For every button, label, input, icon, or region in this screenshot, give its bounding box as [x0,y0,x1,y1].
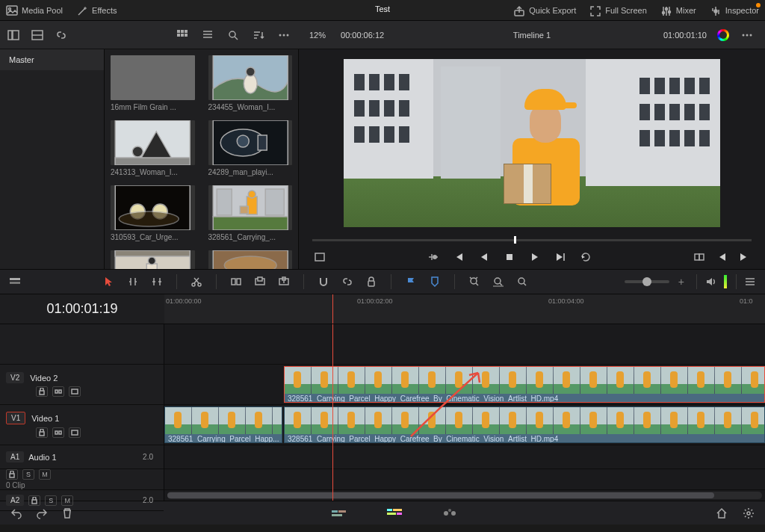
pool-clip[interactable] [208,250,293,269]
delete-button[interactable] [60,507,75,520]
match-frame-icon[interactable] [692,250,707,264]
track-a1[interactable] [164,445,765,469]
mixer-button[interactable]: Mixer [660,5,696,16]
pool-clip[interactable]: 24289_man_playi... [208,120,293,176]
timeline-clip-v1a[interactable]: 328561_Carrying_Parcel_Happ... [164,406,282,443]
pool-clip[interactable]: 241313_Woman_I... [111,120,195,176]
layout-b-button[interactable] [30,28,45,42]
selection-tool[interactable] [102,275,117,288]
lock-icon[interactable] [6,469,18,480]
track-tag[interactable]: A1 [6,451,24,463]
auto-select-icon[interactable] [52,427,64,438]
reverse-play-button[interactable] [477,250,492,264]
track-header-v2[interactable]: V2Video 2 [0,365,164,405]
pool-clip[interactable] [111,250,195,269]
lock-icon[interactable] [36,427,48,438]
playhead-marker[interactable] [332,294,333,324]
pool-clip[interactable]: 310593_Car_Urge... [111,185,195,241]
viewer-options-button[interactable] [740,28,755,42]
timeline-view-options[interactable] [7,275,22,288]
auto-select-icon[interactable] [52,386,64,397]
viewer-canvas[interactable] [344,59,720,227]
timeline-clip-v2[interactable]: 328561_Carrying_Parcel_Happy_Carefree_By… [284,366,765,403]
pool-clip[interactable]: 16mm Film Grain ... [111,55,195,111]
edit-page-button[interactable] [385,506,403,521]
track-tag[interactable]: V1 [6,412,25,424]
cut-page-button[interactable] [330,506,348,521]
enable-track-icon[interactable] [69,386,81,397]
timeline-menu-button[interactable] [743,275,758,288]
track-tag[interactable]: A2 [6,495,24,506]
grid-view-button[interactable] [175,28,190,42]
track-v2[interactable]: 328561_Carrying_Parcel_Happy_Carefree_By… [164,365,765,405]
blade-tool[interactable] [189,275,204,288]
track-header-a1[interactable]: A1 Audio 1 2.0 [0,445,164,469]
redo-button[interactable] [34,507,49,520]
lock-icon[interactable] [28,495,40,506]
play-button[interactable] [527,250,542,264]
viewer-zoom[interactable]: 12% [309,31,326,40]
marker-button[interactable] [427,275,442,288]
search-button[interactable] [226,28,241,42]
timeline-name[interactable]: Timeline 1 [444,31,620,40]
go-to-out-icon[interactable] [737,250,752,264]
enable-track-icon[interactable] [69,427,81,438]
full-screen-button[interactable]: Full Screen [589,5,647,16]
overwrite-clip-button[interactable] [253,275,267,288]
playhead[interactable] [332,324,333,501]
insert-clip-button[interactable] [229,275,244,288]
stop-button[interactable] [502,250,517,264]
layout-a-button[interactable] [6,28,21,42]
track-tag[interactable]: V2 [6,372,24,383]
pool-clip[interactable]: 328561_Carrying_... [208,185,293,241]
link-selection-button[interactable] [340,275,355,288]
quick-export-button[interactable]: Quick Export [513,5,576,16]
mute-track-button[interactable]: M [61,495,73,506]
sort-button[interactable] [251,28,266,42]
zoom-full-button[interactable] [467,275,482,288]
snap-button[interactable] [316,275,331,288]
undo-button[interactable] [9,507,24,520]
track-header-v1[interactable]: V1Video 1 [0,405,164,445]
mute-track-button[interactable]: M [39,469,51,480]
effects-tab[interactable]: Effects [76,5,117,16]
fusion-page-button[interactable] [441,506,459,521]
trim-tool[interactable] [126,275,140,288]
timeline-clip-v1b[interactable]: 328561_Carrying_Parcel_Happy_Carefree_By… [284,406,765,443]
zoom-custom-button[interactable] [515,275,530,288]
mute-button[interactable] [703,275,718,288]
master-bin[interactable]: Master [0,49,104,70]
track-v1[interactable]: 328561_Carrying_Parcel_Happ... 328561_Ca… [164,405,765,445]
link-button[interactable] [54,28,69,42]
loop-button[interactable] [578,250,593,264]
position-lock-button[interactable] [364,275,379,288]
track-content[interactable]: 328561_Carrying_Parcel_Happy_Carefree_By… [164,324,765,501]
inspector-button[interactable]: Inspector [710,5,759,16]
safe-area-icon[interactable] [312,250,327,264]
settings-button[interactable] [741,507,756,520]
pool-clip[interactable]: 234455_Woman_I... [208,55,293,111]
first-frame-button[interactable] [451,250,466,264]
media-pool-tab[interactable]: Media Pool [6,5,63,16]
go-to-in-icon[interactable] [714,250,729,264]
track-a1-sub[interactable] [164,469,765,490]
color-wheel-icon[interactable] [717,29,729,41]
list-view-button[interactable] [200,28,215,42]
home-button[interactable] [714,507,729,520]
zoom-detail-button[interactable] [491,275,506,288]
viewer-scrub-bar[interactable] [312,235,752,245]
replace-clip-button[interactable] [276,275,291,288]
lock-icon[interactable] [36,386,48,397]
last-frame-button[interactable] [553,250,568,264]
pool-options-button[interactable] [276,28,291,42]
timeline-ruler[interactable]: 01:00:00:00 01:00:02:00 01:00:04:00 01:0 [164,294,765,324]
solo-button[interactable]: S [45,495,57,506]
solo-button[interactable]: S [22,469,34,480]
zoom-plus[interactable]: + [678,276,684,288]
zoom-slider[interactable] [625,280,669,283]
flag-button[interactable] [403,275,418,288]
dynamic-trim-tool[interactable] [149,275,164,288]
timeline-timecode[interactable]: 01:00:01:19 [0,294,164,324]
timeline-scrollbar[interactable] [167,492,762,499]
prev-keyframe-icon[interactable] [426,250,441,264]
